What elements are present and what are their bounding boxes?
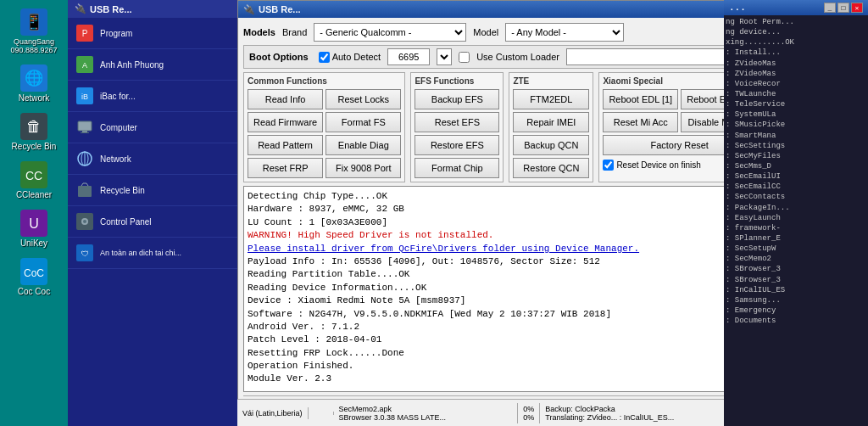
sidebar-label-recycle2: Recycle Bin — [100, 186, 145, 195]
file-col3: SecMemo2.apk SBrowser 3.0.38 MASS LATE..… — [334, 403, 519, 423]
right-panel-line: : SystemULa — [726, 109, 866, 120]
right-close-btn[interactable]: ✕ — [851, 3, 863, 13]
sidebar-item-computer[interactable]: Computer — [68, 112, 237, 143]
svg-text:A: A — [82, 61, 87, 70]
common-functions-group: Common Functions Read Info Reset Locks R… — [243, 72, 405, 182]
sidebar-item-program[interactable]: P Program — [68, 18, 237, 49]
right-panel-line: xing.........OK — [726, 37, 866, 48]
right-panel-title: ... — [729, 3, 746, 13]
enable-diag-button[interactable]: Enable Diag — [326, 135, 401, 155]
svg-point-27 — [83, 220, 86, 223]
svg-text:CC: CC — [25, 169, 42, 182]
right-minimize-btn[interactable]: _ — [824, 3, 836, 13]
right-panel-line: : SPlanner_E — [726, 233, 866, 244]
right-panel-line: : ZVideoMas — [726, 59, 866, 69]
reset-locks-button[interactable]: Reset Locks — [326, 89, 401, 109]
right-panel-content: ng Root Perm...ng device...xing.........… — [724, 15, 868, 421]
svg-rect-18 — [78, 121, 92, 131]
window-title: USB Re... — [259, 4, 301, 14]
boot-number-select[interactable] — [437, 48, 452, 65]
read-firmware-button[interactable]: Read Firmware — [248, 112, 323, 132]
backup-qcn-button[interactable]: Backup QCN — [513, 135, 589, 155]
sidebar-item-anh[interactable]: A Anh Anh Phuong — [68, 49, 237, 81]
svg-text:iB: iB — [81, 92, 88, 101]
desktop-icon-recycle[interactable]: 🗑 Recycle Bin — [5, 111, 63, 153]
model-select[interactable]: - Any Model - — [505, 23, 624, 42]
quangsang-icon: 📱 — [20, 8, 47, 36]
reset-device-checkbox[interactable] — [603, 160, 614, 171]
model-label: Model — [473, 27, 498, 37]
zte-title: ZTE — [513, 76, 589, 86]
right-panel-line: : SMusicPicke — [726, 120, 866, 130]
auto-detect-checkbox[interactable] — [319, 52, 330, 63]
sidebar-item-ibac[interactable]: iB iBac for... — [68, 81, 237, 112]
sidebar-item-antoan[interactable]: 🛡 An toàn an dich tai chi... — [68, 238, 237, 269]
ftm2edl-button[interactable]: FTM2EDL — [513, 89, 589, 109]
reset-efs-button[interactable]: Reset EFS — [415, 112, 499, 132]
network-icon: 🌐 — [20, 64, 47, 92]
right-panel-line: ng device... — [726, 27, 866, 37]
recycle-icon: 🗑 — [20, 113, 47, 140]
sidebar-label-program: Program — [100, 29, 132, 38]
right-panel-line: : SecEmailCC — [726, 182, 866, 192]
backup-efs-button[interactable]: Backup EFS — [415, 89, 499, 109]
desktop-icon-ccleaner[interactable]: CC CCleaner — [5, 160, 63, 201]
svg-text:CoC: CoC — [24, 267, 44, 279]
restore-qcn-button[interactable]: Restore QCN — [513, 158, 589, 178]
sidebar-item-control[interactable]: Control Panel — [68, 206, 237, 238]
file-col1-row1: Vái (Latin,Liberia) — [237, 407, 309, 419]
desktop-icon-quangsang[interactable]: 📱 QuangSang090.888.9267 — [5, 7, 63, 56]
reboot-edl1-button[interactable]: Reboot EDL [1] — [603, 89, 678, 109]
format-chip-button[interactable]: Format Chip — [415, 158, 499, 178]
format-fs-button[interactable]: Format FS — [326, 112, 401, 132]
custom-loader-label: Use Custom Loader — [476, 52, 559, 62]
svg-rect-19 — [82, 131, 87, 132]
right-panel-line: : SecSetupW — [726, 244, 866, 254]
zte-buttons: FTM2EDL Repair IMEI Backup QCN Restore Q… — [513, 89, 589, 178]
right-panel-line: : SBrowser_3 — [726, 264, 866, 274]
common-functions-grid: Read Info Reset Locks Read Firmware Form… — [248, 89, 401, 178]
right-maximize-btn[interactable]: □ — [837, 3, 849, 13]
file-progress: 0% 0% — [518, 403, 540, 423]
reset-mi-acc-button[interactable]: Reset Mi Acc — [603, 112, 678, 132]
restore-efs-button[interactable]: Restore EFS — [415, 135, 499, 155]
desktop-icon-coccoc[interactable]: CoC Coc Coc — [5, 256, 63, 298]
right-panel-titlebar: ... _ □ ✕ — [724, 0, 868, 15]
computer-icon — [75, 117, 95, 137]
right-panel-line: : VoiceRecor — [726, 79, 866, 89]
sidebar-item-network2[interactable]: Network — [68, 143, 237, 175]
ccleaner-icon: CC — [20, 161, 47, 188]
desktop-icons-panel: 📱 QuangSang090.888.9267 🌐 Network 🗑 — [0, 0, 68, 426]
boot-number-input[interactable] — [387, 48, 430, 65]
sidebar-panel: 🔌 USB Re... P Program A Anh Anh Phuong i… — [68, 0, 237, 426]
sidebar-label-control: Control Panel — [100, 217, 152, 227]
sidebar-label-anh: Anh Anh Phuong — [100, 60, 164, 70]
efs-functions-title: EFS Functions — [415, 76, 499, 86]
right-panel-line: : SecMemo2 — [726, 254, 866, 264]
desktop-icon-network[interactable]: 🌐 Network — [5, 63, 63, 104]
sidebar-item-recycle2[interactable]: Recycle Bin — [68, 175, 237, 206]
sidebar-header: 🔌 USB Re... — [68, 0, 237, 18]
svg-text:U: U — [29, 216, 39, 231]
right-panel-line: : SmartMana — [726, 131, 866, 141]
zte-functions-group: ZTE FTM2EDL Repair IMEI Backup QCN Resto… — [509, 72, 593, 182]
right-panel-line: : ZVideoMas — [726, 69, 866, 79]
sidebar-label-network2: Network — [100, 154, 131, 164]
read-info-button[interactable]: Read Info — [248, 89, 323, 109]
right-panel: ... _ □ ✕ ng Root Perm...ng device...xin… — [724, 0, 868, 426]
read-pattern-button[interactable]: Read Pattern — [248, 135, 323, 155]
fix-9008-button[interactable]: Fix 9008 Port — [326, 158, 401, 178]
repair-imei-button[interactable]: Repair IMEI — [513, 112, 589, 132]
svg-text:🛡: 🛡 — [81, 249, 89, 258]
brand-select[interactable]: - Generic Qualcomm - — [314, 23, 466, 42]
anh-icon: A — [75, 54, 95, 75]
window-title-left: 🔌 USB Re... — [243, 4, 301, 15]
right-panel-line: ng Root Perm... — [726, 17, 866, 27]
reset-frp-button[interactable]: Reset FRP — [248, 158, 323, 178]
right-panel-line: : SecSettings — [726, 141, 866, 151]
custom-loader-checkbox[interactable] — [459, 52, 470, 63]
desktop-icon-unikey[interactable]: U UniKey — [5, 208, 63, 249]
sidebar-label-antoan: An toàn an dich tai chi... — [100, 249, 181, 257]
right-panel-line: : framework- — [726, 223, 866, 233]
right-panel-line: : SecEmailUI — [726, 171, 866, 182]
